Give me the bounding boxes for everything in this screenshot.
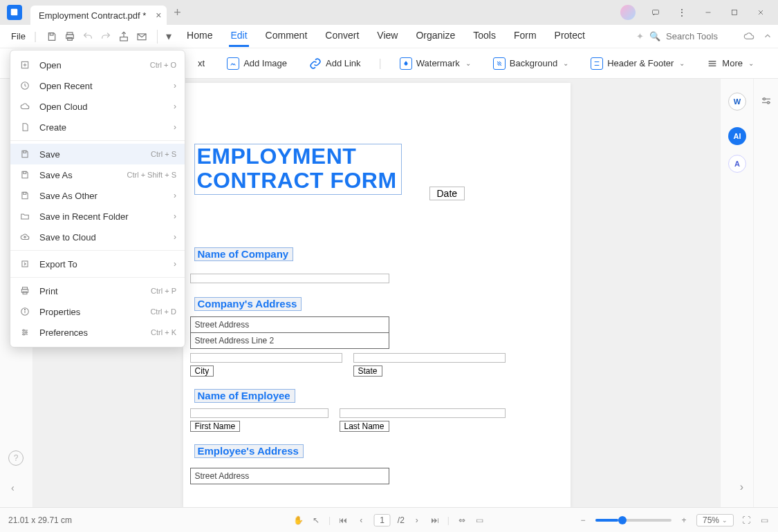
file-menu-save-as[interactable]: Save AsCtrl + Shift + S: [10, 164, 185, 185]
city-field[interactable]: [190, 353, 342, 363]
watermark-button[interactable]: Watermark⌄: [396, 55, 475, 73]
tab-comment[interactable]: Comment: [264, 26, 309, 47]
word-export-icon[interactable]: W: [728, 93, 746, 111]
app-icon: [7, 5, 22, 20]
last-page-icon[interactable]: ⏭: [429, 515, 441, 526]
tab-edit[interactable]: Edit: [229, 26, 248, 47]
document-title-block[interactable]: EMPLOYMENTCONTRACT FORM: [194, 144, 402, 195]
window-minimize-button[interactable]: [696, 3, 720, 22]
fit-page-icon[interactable]: ▭: [474, 515, 485, 526]
file-menu-export-to[interactable]: Export To›: [10, 254, 185, 274]
next-page-icon[interactable]: ›: [411, 515, 423, 526]
file-menu-print[interactable]: PrintCtrl + P: [10, 281, 185, 301]
file-menu-open-cloud[interactable]: Open Cloud›: [10, 96, 185, 117]
panel-collapse-right-icon[interactable]: ›: [740, 481, 743, 493]
redo-icon[interactable]: [99, 30, 113, 44]
more-options-icon[interactable]: ⋮: [670, 3, 694, 22]
zoom-level-select[interactable]: 75%⌄: [696, 514, 734, 526]
user-avatar[interactable]: [620, 5, 636, 20]
ai-assistant-icon[interactable]: AI: [728, 127, 746, 145]
file-menu-preferences[interactable]: PreferencesCtrl + K: [10, 322, 185, 343]
header-footer-button[interactable]: Header & Footer⌄: [586, 55, 689, 73]
tab-form[interactable]: Form: [512, 26, 538, 47]
panel-collapse-left-icon[interactable]: ‹: [11, 482, 15, 493]
comments-icon[interactable]: [644, 3, 667, 22]
pref-icon: [19, 326, 31, 339]
emp-street-address-row[interactable]: Street Address: [191, 468, 389, 484]
tab-organize[interactable]: Organize: [414, 26, 456, 47]
file-menu-open-recent[interactable]: Open Recent›: [10, 75, 185, 96]
save-icon: [19, 148, 31, 160]
file-menu-save-as-other[interactable]: Save As Other›: [10, 185, 185, 206]
zoom-slider[interactable]: [595, 519, 672, 522]
magic-icon[interactable]: ✦: [636, 31, 644, 41]
cloud-sync-icon[interactable]: [743, 31, 754, 42]
more-button[interactable]: More⌄: [703, 55, 758, 72]
state-field[interactable]: [353, 353, 506, 363]
document-tab[interactable]: Employment Contract.pdf * ×: [30, 6, 167, 25]
section-name-of-employee[interactable]: Name of Employee: [194, 389, 295, 403]
add-link-button[interactable]: Add Link: [305, 55, 365, 73]
search-tools-input[interactable]: [666, 31, 728, 41]
tab-protect[interactable]: Protect: [553, 26, 586, 47]
fit-width-icon[interactable]: ⇔: [456, 515, 467, 526]
employee-address-block[interactable]: Street Address: [190, 468, 389, 484]
section-name-of-company[interactable]: Name of Company: [194, 247, 294, 261]
email-icon[interactable]: [135, 30, 149, 44]
section-company-address[interactable]: Company's Address: [194, 297, 302, 311]
file-menu-properties[interactable]: PropertiesCtrl + D: [10, 301, 185, 322]
street-address-row[interactable]: Street Address: [191, 317, 389, 333]
quick-access-toolbar: [45, 30, 158, 44]
company-address-block[interactable]: Street Address Street Address Line 2: [190, 316, 389, 349]
cloud-up-icon: [19, 231, 31, 243]
reading-mode-icon[interactable]: ▭: [759, 515, 770, 526]
page-number-input[interactable]: 1: [373, 514, 391, 526]
file-menu-save[interactable]: SaveCtrl + S: [10, 144, 185, 164]
text-tool-partial[interactable]: xt: [194, 55, 209, 71]
first-name-field[interactable]: [190, 408, 328, 418]
background-button[interactable]: Background⌄: [489, 55, 573, 73]
zoom-in-icon[interactable]: +: [678, 515, 689, 526]
svg-point-43: [23, 334, 24, 335]
right-sidebar: [753, 79, 778, 507]
tab-view[interactable]: View: [376, 26, 399, 47]
chevron-right-icon: ›: [174, 232, 176, 242]
file-menu-save-to-cloud[interactable]: Save to Cloud›: [10, 227, 185, 247]
menubar: File | ▾ HomeEditCommentConvertViewOrgan…: [0, 25, 778, 48]
file-menu-save-in-recent-folder[interactable]: Save in Recent Folder›: [10, 206, 185, 227]
tab-home[interactable]: Home: [185, 26, 214, 47]
undo-icon[interactable]: [81, 30, 95, 44]
fullscreen-icon[interactable]: ⛶: [741, 515, 752, 526]
new-tab-button[interactable]: +: [174, 6, 181, 20]
first-page-icon[interactable]: ⏮: [337, 515, 349, 526]
last-name-field[interactable]: [340, 408, 506, 418]
street-address-2-row[interactable]: Street Address Line 2: [191, 333, 389, 348]
close-tab-icon[interactable]: ×: [156, 10, 161, 21]
share-icon[interactable]: [117, 30, 131, 44]
tab-convert[interactable]: Convert: [324, 26, 360, 47]
accessibility-icon[interactable]: A: [728, 155, 746, 173]
select-tool-icon[interactable]: ↖: [311, 515, 322, 526]
main-tabs: HomeEditCommentConvertViewOrganizeToolsF…: [185, 26, 586, 47]
chevron-right-icon: ›: [174, 211, 176, 221]
file-menu-create[interactable]: Create›: [10, 117, 185, 137]
add-image-button[interactable]: Add Image: [223, 55, 291, 73]
print-icon[interactable]: [63, 30, 77, 44]
tab-tools[interactable]: Tools: [472, 26, 497, 47]
file-menu-open[interactable]: OpenCtrl + O: [10, 55, 185, 75]
svg-rect-4: [732, 10, 737, 15]
qat-dropdown-icon[interactable]: ▾: [162, 30, 176, 44]
hand-tool-icon[interactable]: ✋: [293, 515, 304, 526]
section-employee-address[interactable]: Employee's Address: [194, 444, 304, 458]
adjust-panel-icon[interactable]: [760, 95, 772, 108]
company-name-field[interactable]: [190, 274, 389, 283]
window-maximize-button[interactable]: [723, 3, 746, 22]
window-close-button[interactable]: [749, 3, 772, 22]
file-menu-button[interactable]: File: [6, 28, 31, 44]
save-icon[interactable]: [45, 30, 59, 44]
collapse-ribbon-icon[interactable]: [763, 31, 772, 42]
date-field-label[interactable]: Date: [429, 187, 465, 200]
help-icon[interactable]: ?: [8, 450, 24, 466]
zoom-out-icon[interactable]: −: [577, 515, 589, 526]
prev-page-icon[interactable]: ‹: [355, 515, 367, 526]
